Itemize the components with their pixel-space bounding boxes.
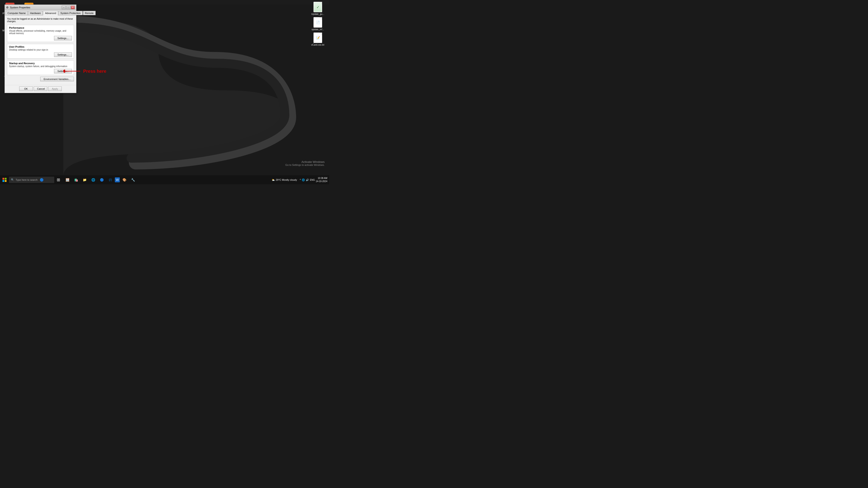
desktop-icon-update-gu[interactable]: ✓ Update_gu... xyxy=(308,2,327,15)
tab-advanced[interactable]: Advanced xyxy=(43,11,58,15)
taskbar-icon-paint[interactable]: 🎨 xyxy=(120,175,128,184)
dialog-close-button[interactable]: ✕ xyxy=(71,6,75,9)
dialog-tabs: Computer Name Hardware Advanced System P… xyxy=(5,10,76,15)
taskbar-start-button[interactable] xyxy=(0,175,9,184)
taskbar-weather[interactable]: ⛅ 29°C Mostly cloudy xyxy=(272,178,297,182)
taskbar-icon-store[interactable]: 🛍️ xyxy=(72,175,80,184)
activate-windows-watermark: Activate Windows Go to Settings to activ… xyxy=(285,160,324,166)
user-profiles-title: User Profiles xyxy=(9,45,72,48)
performance-settings-button[interactable]: Settings... xyxy=(54,36,72,40)
tab-remote[interactable]: Remote xyxy=(83,11,96,15)
taskbar-icon-dev[interactable]: 🔧 xyxy=(129,175,137,184)
taskbar-icon-mail[interactable]: 📁 xyxy=(81,175,89,184)
cortana-icon: 🔵 xyxy=(40,178,43,182)
dialog-ok-button[interactable]: OK xyxy=(19,87,33,91)
desktop-icon-vcard[interactable]: 📝 vCard.css.txt xyxy=(308,33,327,46)
weather-icon: ⛅ xyxy=(272,178,275,182)
startup-recovery-settings-button[interactable]: Settings... xyxy=(54,69,72,73)
taskbar-right: ⛅ 29°C Mostly cloudy ^ 🌐 🔊 ENG 10:38 AM … xyxy=(272,177,329,183)
taskbar-search-text: Type here to search xyxy=(16,178,37,181)
svg-rect-6 xyxy=(5,180,6,182)
startup-recovery-section: Startup and Recovery System startup, sys… xyxy=(7,60,74,75)
dialog-maximize-button[interactable]: □ xyxy=(66,6,70,9)
startup-recovery-description: System startup, system failure, and debu… xyxy=(9,65,72,68)
startup-recovery-title: Startup and Recovery xyxy=(9,62,72,65)
dialog-apply-button[interactable]: Apply xyxy=(48,87,62,91)
desktop-icon-update-inf[interactable]: 📄 update_inf... xyxy=(308,17,327,31)
environment-variables-button[interactable]: Environment Variables... xyxy=(40,77,74,81)
dialog-titlebar: ⚙ System Properties ─ □ ✕ xyxy=(5,5,76,10)
dialog-controls: ─ □ ✕ xyxy=(62,6,75,9)
dialog-content: You must be logged on as an Administrato… xyxy=(5,15,76,85)
taskbar-icon-vscode[interactable]: ⟨/⟩ xyxy=(106,175,114,184)
tab-hardware[interactable]: Hardware xyxy=(28,11,43,15)
env-variables-row: Environment Variables... xyxy=(7,77,74,81)
tray-volume-icon[interactable]: 🔊 xyxy=(306,178,309,182)
task-view-icon: ⊞ xyxy=(57,177,60,182)
performance-description: Visual effects, processor scheduling, me… xyxy=(9,30,72,35)
desktop-icons-right: ✓ Update_gu... 📄 update_inf... 📝 vCard.c… xyxy=(307,0,329,48)
taskbar-system-tray: ^ 🌐 🔊 xyxy=(300,178,309,182)
taskbar-icon-chrome[interactable]: 🔵 xyxy=(98,175,106,184)
taskbar-icon-windows[interactable]: 🪟 xyxy=(63,175,71,184)
svg-rect-3 xyxy=(2,178,4,180)
taskbar-language[interactable]: ENG xyxy=(310,179,315,181)
taskbar-task-view[interactable]: ⊞ xyxy=(54,175,62,184)
dialog-cancel-button[interactable]: Cancel xyxy=(34,87,47,91)
user-profiles-description: Desktop settings related to your sign-in xyxy=(9,48,72,51)
taskbar-pinned-apps: 🪟 🛍️ 📁 🌐 🔵 ⟨/⟩ W 🎨 🔧 xyxy=(63,175,137,184)
taskbar-icon-word[interactable]: W xyxy=(115,177,120,182)
tray-expand-icon[interactable]: ^ xyxy=(300,178,301,181)
tab-system-protection[interactable]: System Protection xyxy=(58,11,83,15)
taskbar: 🔍 Type here to search 🔵 ⊞ 🪟 🛍️ 📁 🌐 🔵 ⟨/⟩… xyxy=(0,175,329,184)
dialog-footer: OK Cancel Apply xyxy=(5,85,76,93)
taskbar-clock[interactable]: 10:38 AM 14-10-2024 xyxy=(316,177,327,183)
performance-title: Performance xyxy=(9,26,72,29)
dialog-minimize-button[interactable]: ─ xyxy=(62,6,66,9)
svg-rect-5 xyxy=(2,180,4,182)
annotation-text: Press here xyxy=(83,69,106,74)
taskbar-search[interactable]: 🔍 Type here to search 🔵 xyxy=(9,177,54,183)
svg-rect-4 xyxy=(5,178,6,180)
performance-section: Performance Visual effects, processor sc… xyxy=(7,25,74,42)
search-icon: 🔍 xyxy=(11,178,14,182)
user-profiles-section: User Profiles Desktop settings related t… xyxy=(7,44,74,59)
dialog-title: ⚙ System Properties xyxy=(6,6,30,9)
dialog-admin-notice: You must be logged on as an Administrato… xyxy=(7,18,74,23)
tray-network-icon[interactable]: 🌐 xyxy=(302,178,305,182)
system-properties-dialog: ⚙ System Properties ─ □ ✕ Computer Name … xyxy=(4,4,76,93)
tab-computer-name[interactable]: Computer Name xyxy=(5,11,28,15)
user-profiles-settings-button[interactable]: Settings... xyxy=(54,53,72,57)
taskbar-icon-globe[interactable]: 🌐 xyxy=(89,175,97,184)
desktop: 💬 IPMSG for Win 🎬 VLC media player 🌐 Mic… xyxy=(0,0,329,184)
